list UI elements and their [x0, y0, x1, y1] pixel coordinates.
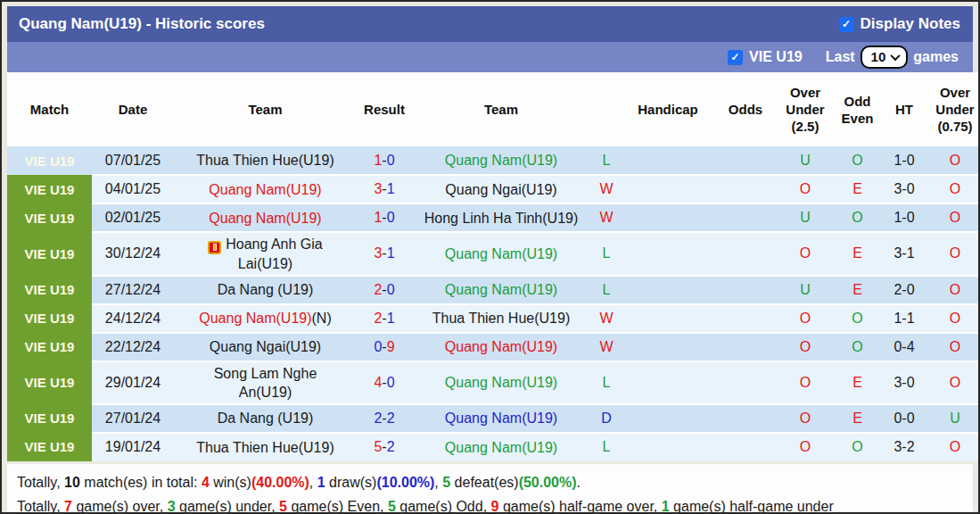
summary-segment: 1 — [317, 475, 325, 490]
team-name: Quang Nam(U19) — [445, 282, 557, 297]
team-name: Quang Nam(U19) — [445, 410, 557, 426]
cell-odd-even: O — [833, 333, 882, 361]
ou25-letter: O — [800, 410, 811, 426]
team-name: Hong Linh Ha Tinh(U19) — [424, 211, 579, 226]
odd-even-letter: O — [852, 311, 862, 326]
cell-odd-even: O — [833, 203, 882, 232]
summary-segment: Totally, — [17, 475, 64, 490]
table-row: VIE U1924/12/24Quang Nam(U19)(N)2-1Thua … — [7, 304, 980, 333]
score-home: 5 — [374, 439, 382, 454]
cell-ht: 0-4 — [882, 333, 926, 361]
col-header-over-under-25: Over Under (2.5) — [778, 72, 833, 146]
team-name: Quang Nam(U19) — [445, 153, 557, 168]
table-row: VIE U1904/01/25Quang Nam(U19)3-1Quang Ng… — [7, 175, 980, 203]
ou25-letter: O — [800, 439, 811, 454]
cell-odd-even: O — [833, 433, 882, 461]
cell-odds — [713, 304, 778, 333]
league-badge: VIE U19 — [25, 182, 75, 197]
summary-segment: game(s) over, — [72, 499, 168, 514]
ou075-letter: U — [950, 410, 960, 426]
cell-result: 1-0 — [357, 146, 412, 175]
ou25-letter: O — [800, 245, 811, 261]
odd-even-letter: O — [852, 339, 862, 354]
team-name: Quang Ngai(U19) — [445, 182, 556, 197]
ou25-letter: O — [800, 181, 811, 196]
ou075-letter: O — [950, 153, 960, 168]
cell-wdl: W — [590, 333, 622, 361]
summary-segment: 5 — [279, 499, 287, 514]
score-away: 1 — [387, 181, 395, 196]
cell-result: 1-0 — [357, 203, 412, 232]
ou25-letter: U — [800, 210, 811, 225]
last-games-select[interactable]: 10 — [861, 46, 909, 69]
odd-even-letter: E — [852, 181, 862, 196]
col-header-ht: HT — [882, 72, 926, 146]
col-header-odds: Odds — [713, 72, 778, 146]
cell-team-away: Thua Thien Hue(U19) — [412, 304, 590, 333]
col-header-handicap: Handicap — [622, 72, 713, 146]
odd-even-letter: E — [852, 245, 862, 261]
cell-over-under-25: O — [778, 304, 833, 333]
cell-ht: 1-0 — [882, 146, 926, 175]
cell-date: 27/12/24 — [92, 276, 174, 304]
cell-result: 3-1 — [357, 175, 412, 203]
cell-team-home: Thua Thien Hue(U19) — [174, 433, 357, 461]
cell-result: 5-2 — [357, 433, 412, 461]
team-name: Thua Thien Hue(U19) — [196, 153, 334, 168]
cell-team-home: Quang Nam(U19) — [174, 175, 357, 203]
cell-match: VIE U19 — [7, 433, 92, 461]
cell-ht: 3-1 — [882, 232, 926, 276]
table-row: VIE U1927/01/24Da Nang (U19)2-2Quang Nam… — [7, 404, 980, 433]
cell-odds — [713, 232, 778, 276]
odd-even-letter: E — [852, 375, 862, 390]
table-row: VIE U1919/01/24Thua Thien Hue(U19)5-2Qua… — [7, 433, 980, 461]
cell-date: 22/12/24 — [92, 333, 174, 361]
team-name: Thua Thien Hue(U19) — [196, 440, 334, 455]
display-notes-checkbox[interactable] — [839, 17, 854, 32]
cell-handicap — [622, 203, 713, 232]
cell-ht: 1-0 — [882, 203, 926, 232]
cell-over-under-25: O — [778, 361, 833, 404]
league-badge: VIE U19 — [25, 246, 75, 261]
ou075-letter: O — [950, 181, 960, 196]
cell-odds — [713, 276, 778, 304]
cell-result: 3-1 — [357, 232, 412, 276]
cell-handicap — [622, 175, 713, 203]
cell-team-away: Quang Nam(U19) — [412, 404, 590, 433]
odd-even-letter: E — [852, 410, 862, 426]
odd-even-letter: O — [852, 439, 862, 454]
team-name: Song Lam Nghe An(U19) — [214, 366, 317, 400]
league-badge: VIE U19 — [25, 211, 75, 226]
summary-segment: , — [309, 475, 317, 490]
cell-over-under-075: O — [926, 203, 980, 232]
ou075-letter: O — [950, 245, 960, 261]
score-home: 2 — [374, 311, 382, 326]
cell-date: 30/12/24 — [92, 232, 174, 276]
score-away: 0 — [387, 375, 395, 390]
league-badge: VIE U19 — [25, 375, 75, 390]
team-name: Quang Nam(U19) — [199, 311, 311, 326]
table-body: VIE U1907/01/25Thua Thien Hue(U19)1-0Qua… — [7, 146, 980, 461]
last-games-value: 10 — [871, 49, 886, 64]
cell-odds — [713, 203, 778, 232]
cell-team-away: Quang Nam(U19) — [412, 276, 590, 304]
display-notes-group: Display Notes — [839, 15, 960, 33]
cell-date: 02/01/25 — [92, 203, 174, 232]
ou075-letter: O — [950, 282, 960, 297]
league-checkbox[interactable] — [728, 50, 743, 65]
cell-odd-even: O — [833, 304, 882, 333]
cell-odd-even: E — [833, 404, 882, 433]
score-home: 2 — [374, 410, 382, 426]
summary-segment: . — [577, 475, 581, 490]
summary-segment: 5 — [388, 499, 396, 514]
title-bar: Quang Nam(U19) - Historic scores Display… — [7, 6, 973, 42]
page-title: Quang Nam(U19) - Historic scores — [19, 15, 265, 33]
summary-segment: (10.00%) — [376, 475, 434, 490]
cell-over-under-25: O — [778, 433, 833, 461]
ou25-letter: U — [800, 282, 811, 297]
cell-match: VIE U19 — [7, 276, 92, 304]
cell-team-home: Song Lam Nghe An(U19) — [174, 361, 357, 404]
cell-over-under-075: O — [926, 276, 980, 304]
cell-team-away: Hong Linh Ha Tinh(U19) — [412, 203, 590, 232]
summary-segment: game(s) Odd, — [396, 499, 491, 514]
